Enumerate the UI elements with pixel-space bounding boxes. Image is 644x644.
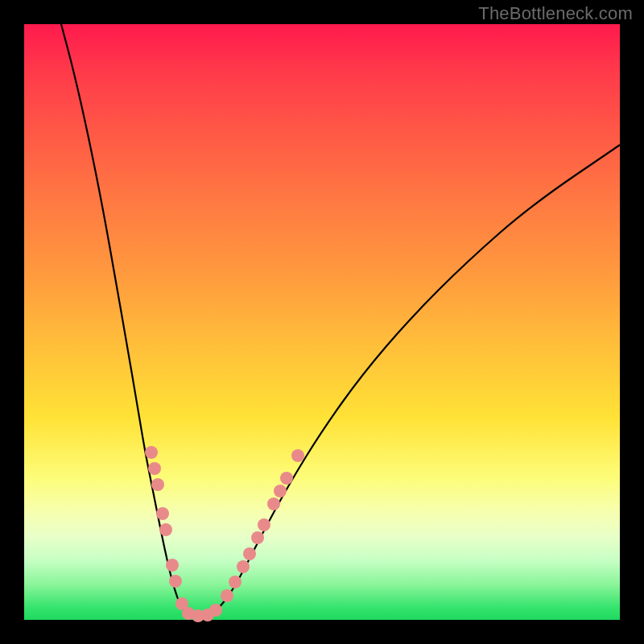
overlay-dot <box>159 523 172 536</box>
overlay-dot <box>156 507 169 520</box>
dots-group <box>145 446 304 622</box>
overlay-dot <box>251 531 264 544</box>
chart-frame: TheBottleneck.com <box>0 0 644 644</box>
overlay-dot <box>243 547 256 560</box>
curve-right-curve <box>205 145 620 616</box>
overlay-dot <box>209 604 222 617</box>
curve-left-curve <box>61 24 201 616</box>
watermark-label: TheBottleneck.com <box>478 3 633 24</box>
overlay-dot <box>267 497 280 510</box>
overlay-dot <box>151 478 164 491</box>
overlay-dot <box>148 462 161 475</box>
overlay-dot <box>280 472 293 485</box>
overlay-dot <box>237 560 250 573</box>
overlay-dot <box>258 518 270 531</box>
overlay-dot <box>291 449 304 462</box>
plot-area <box>24 24 620 620</box>
series-group <box>61 24 620 616</box>
overlay-dot <box>221 589 233 602</box>
overlay-dot <box>145 446 158 459</box>
curve-svg <box>24 24 620 620</box>
overlay-dot <box>229 576 242 588</box>
overlay-dot <box>166 559 179 572</box>
overlay-dot <box>169 575 182 588</box>
overlay-dot <box>274 485 287 497</box>
